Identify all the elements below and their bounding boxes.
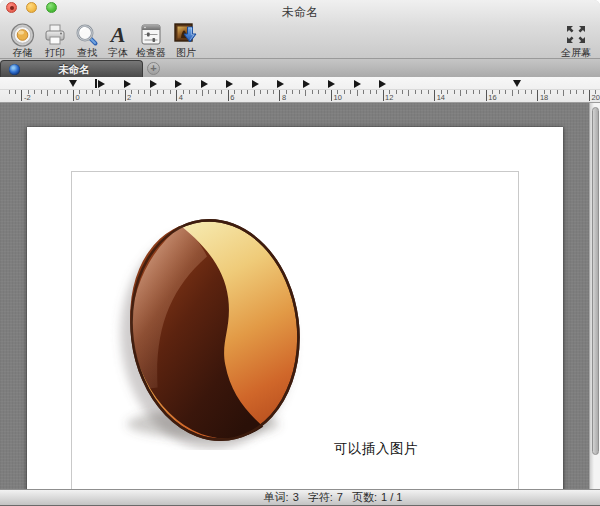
ruler-tick bbox=[273, 90, 274, 94]
ruler-tick bbox=[525, 90, 526, 94]
ruler-tick bbox=[247, 90, 248, 94]
font-button[interactable]: A 字体 bbox=[106, 22, 130, 58]
ruler-tick bbox=[15, 90, 16, 94]
ruler-tick bbox=[454, 90, 455, 94]
document-caption-text[interactable]: 可以插入图片 bbox=[334, 440, 418, 458]
ruler-tick bbox=[189, 90, 190, 94]
toolbar: 存储 打印 bbox=[0, 22, 600, 58]
tab-stop-marker[interactable] bbox=[226, 80, 233, 88]
save-button[interactable]: 存储 bbox=[9, 22, 36, 58]
scrollbar-thumb[interactable] bbox=[592, 107, 599, 455]
ruler-tick bbox=[34, 90, 35, 94]
tab-stop-marker[interactable] bbox=[175, 80, 182, 88]
vertical-scrollbar[interactable] bbox=[589, 103, 600, 489]
tab-stop-marker[interactable] bbox=[252, 80, 259, 88]
ruler-tick bbox=[396, 90, 397, 94]
ruler-tick bbox=[305, 90, 306, 96]
window-title: 未命名 bbox=[0, 4, 600, 21]
ruler-tick bbox=[176, 90, 177, 101]
title-bar[interactable]: 未命名 bbox=[0, 0, 600, 22]
picture-label: 图片 bbox=[176, 48, 196, 58]
coffee-bean-image[interactable] bbox=[107, 210, 307, 450]
tab-untitled[interactable]: 未命名 bbox=[0, 60, 143, 78]
ruler-number: 4 bbox=[179, 93, 183, 102]
ruler-tick bbox=[260, 90, 261, 94]
ruler: -202468101214161820 bbox=[0, 77, 600, 103]
left-indent-marker[interactable] bbox=[69, 80, 77, 87]
ruler-tick bbox=[279, 90, 280, 101]
ruler-tick bbox=[499, 90, 500, 94]
ruler-ticks: -202468101214161820 bbox=[0, 89, 600, 102]
fullscreen-icon bbox=[565, 22, 587, 47]
ruler-tick bbox=[583, 90, 584, 94]
ruler-number: 16 bbox=[488, 93, 496, 102]
ruler-tick bbox=[312, 90, 313, 94]
fullscreen-button[interactable]: 全屏幕 bbox=[561, 22, 591, 58]
print-button[interactable]: 打印 bbox=[42, 22, 68, 58]
ruler-tick bbox=[350, 90, 351, 94]
picture-button[interactable]: 图片 bbox=[172, 22, 200, 58]
ruler-tick bbox=[421, 90, 422, 94]
tab-stop-marker[interactable] bbox=[150, 80, 157, 88]
ruler-number: 6 bbox=[230, 93, 234, 102]
tab-stop-marker[interactable] bbox=[201, 80, 208, 88]
tab-stop-marker[interactable] bbox=[124, 80, 131, 88]
find-button[interactable]: 查找 bbox=[74, 22, 100, 58]
add-tab-button[interactable]: + bbox=[147, 62, 160, 75]
ruler-tick bbox=[157, 90, 158, 94]
ruler-tick bbox=[589, 90, 590, 101]
ruler-tick bbox=[563, 90, 564, 96]
ruler-tick bbox=[60, 90, 61, 94]
ruler-markers bbox=[0, 77, 600, 89]
ruler-tick bbox=[86, 90, 87, 94]
ruler-tick bbox=[512, 90, 513, 96]
ruler-number: 0 bbox=[76, 93, 80, 102]
ruler-tick bbox=[505, 90, 506, 94]
tab-stop-marker[interactable] bbox=[379, 80, 386, 88]
ruler-tick bbox=[292, 90, 293, 94]
ruler-tick bbox=[125, 90, 126, 101]
ruler-tick bbox=[241, 90, 242, 94]
ruler-tick bbox=[228, 90, 229, 101]
ruler-tick bbox=[118, 90, 119, 94]
inspector-label: 检查器 bbox=[136, 48, 166, 58]
ruler-number: -2 bbox=[24, 93, 31, 102]
tab-label: 未命名 bbox=[20, 63, 128, 77]
inspector-button[interactable]: 检查器 bbox=[136, 22, 166, 58]
save-icon bbox=[9, 22, 36, 47]
ruler-tick bbox=[363, 90, 364, 94]
tab-stop-marker[interactable] bbox=[277, 80, 284, 88]
ruler-tick bbox=[112, 90, 113, 94]
app-window: 未命名 存储 bbox=[0, 0, 600, 506]
ruler-tick bbox=[383, 90, 384, 101]
ruler-tick bbox=[486, 90, 487, 101]
status-text: 单词:3字符:7页数:1 / 1 bbox=[262, 490, 405, 505]
inspector-icon bbox=[138, 22, 164, 47]
tab-stop-marker[interactable] bbox=[328, 80, 335, 88]
ruler-tick bbox=[215, 90, 216, 94]
ruler-tick bbox=[21, 90, 22, 101]
ruler-tick bbox=[447, 90, 448, 94]
ruler-tick bbox=[150, 90, 151, 96]
document-area: 可以插入图片 bbox=[0, 103, 600, 489]
print-label: 打印 bbox=[45, 48, 65, 58]
ruler-tick bbox=[73, 90, 74, 101]
ruler-tick bbox=[138, 90, 139, 94]
document-page[interactable]: 可以插入图片 bbox=[27, 127, 563, 489]
first-line-indent-marker[interactable] bbox=[95, 79, 105, 88]
ruler-tick bbox=[170, 90, 171, 94]
picture-icon bbox=[172, 22, 200, 47]
ruler-tick bbox=[267, 90, 268, 94]
chars-value: 7 bbox=[337, 491, 343, 503]
ruler-tick bbox=[221, 90, 222, 94]
ruler-number: 14 bbox=[437, 93, 445, 102]
tab-stop-marker[interactable] bbox=[303, 80, 310, 88]
print-icon bbox=[42, 22, 68, 47]
ruler-tick bbox=[479, 90, 480, 94]
tab-stop-marker[interactable] bbox=[354, 80, 361, 88]
tab-bar: 未命名 + bbox=[0, 58, 600, 77]
ruler-tick bbox=[9, 90, 10, 94]
find-label: 查找 bbox=[77, 48, 97, 58]
right-indent-marker[interactable] bbox=[513, 80, 521, 87]
ruler-tick bbox=[473, 90, 474, 94]
